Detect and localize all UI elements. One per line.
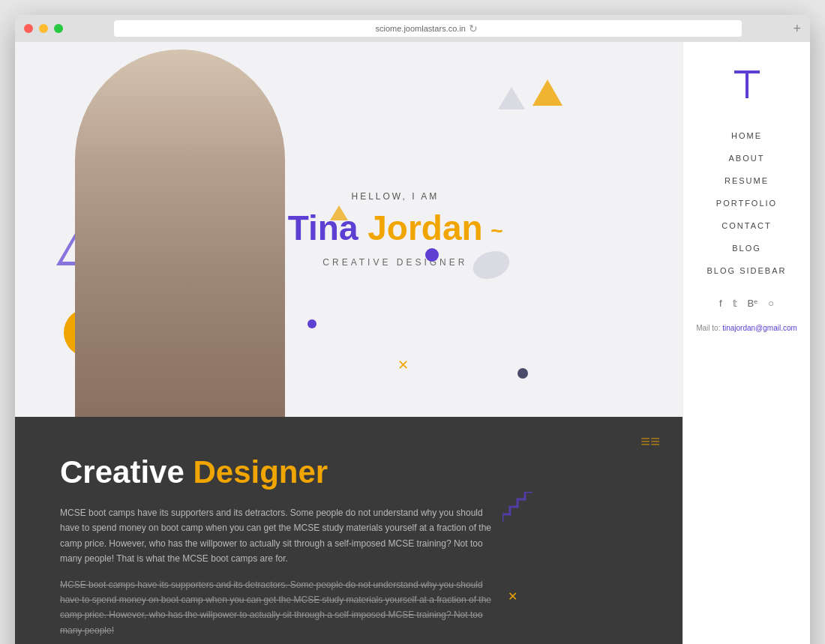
person-image (45, 49, 315, 417)
new-tab-button[interactable]: + (793, 21, 801, 37)
hero-name: Tina Jordan~ (288, 208, 502, 248)
orange-cross-shape: ✕ (398, 357, 409, 373)
dark-title-white: Creative (60, 454, 184, 490)
sidebar-item-resume[interactable]: RESUME (724, 176, 769, 185)
dark-section-title: Creative Designer (60, 454, 638, 490)
sidebar-item-contact[interactable]: CONTACT (722, 221, 771, 230)
dark-paragraph-2: MCSE boot camps have its supporters and … (60, 577, 495, 639)
sidebar-item-portfolio[interactable]: PORTFOLIO (716, 199, 777, 208)
close-x-icon[interactable]: ✕ (508, 589, 518, 604)
dark-section: ≡≡ Creative Designer MCSE boot camps hav… (15, 417, 682, 644)
sidebar-logo (728, 64, 766, 109)
dark-circle-shape (518, 368, 528, 379)
hero-name-last: Jordan (368, 208, 482, 247)
behance-icon[interactable]: Bᵉ (748, 298, 758, 309)
hero-greeting: HELLOW, I AM (288, 191, 502, 202)
triple-lines-icon: ≡≡ (640, 432, 660, 451)
hero-text-block: HELLOW, I AM Tina Jordan~ CREATIVE DESIG… (288, 191, 502, 268)
url-text: sciome.joomlastars.co.in (376, 24, 466, 33)
mail-link[interactable]: tinajordan@gmail.com (722, 324, 797, 332)
dark-paragraph-1: MCSE boot camps have its supporters and … (60, 505, 495, 567)
sidebar-item-about[interactable]: ABOUT (729, 154, 765, 163)
hero-name-first: Tina (288, 208, 358, 247)
main-content: 〜〜 ✕ HELLOW, I AM Tina Jordan (15, 42, 682, 644)
minimize-dot[interactable] (39, 24, 48, 33)
sidebar-mail: Mail to: tinajordan@gmail.com (696, 324, 797, 332)
browser-window: sciome.joomlastars.co.in ↻ + 〜〜 ✕ (15, 15, 810, 644)
other-social-icon[interactable]: ○ (768, 298, 774, 309)
mail-label: Mail to: (696, 324, 720, 332)
person-background (75, 49, 285, 417)
hero-section: 〜〜 ✕ HELLOW, I AM Tina Jordan (15, 42, 682, 417)
gray-triangle-shape (498, 87, 525, 109)
staircase-shape (502, 492, 532, 527)
close-dot[interactable] (24, 24, 33, 33)
refresh-icon[interactable]: ↻ (469, 22, 481, 34)
orange-triangle-top-shape (532, 79, 562, 106)
browser-bar: sciome.joomlastars.co.in ↻ + (15, 15, 810, 42)
sidebar-item-blog-sidebar[interactable]: BLOG SIDEBAR (707, 266, 787, 275)
maximize-dot[interactable] (54, 24, 63, 33)
logo-icon (728, 76, 766, 108)
name-decoration: ~ (490, 219, 502, 243)
sidebar-nav: HOME ABOUT RESUME PORTFOLIO CONTACT BLOG… (707, 131, 787, 275)
url-bar[interactable]: sciome.joomlastars.co.in ↻ (114, 20, 742, 37)
sidebar-item-home[interactable]: HOME (731, 131, 762, 140)
purple-circle-hero (425, 248, 439, 262)
page-layout: 〜〜 ✕ HELLOW, I AM Tina Jordan (15, 42, 810, 644)
dark-title-orange: Designer (193, 454, 328, 490)
sidebar: HOME ABOUT RESUME PORTFOLIO CONTACT BLOG… (682, 42, 810, 644)
twitter-icon[interactable]: 𝕥 (733, 298, 737, 309)
hero-title: CREATIVE DESIGNER (288, 257, 502, 268)
sidebar-social: f 𝕥 Bᵉ ○ (719, 298, 774, 309)
facebook-icon[interactable]: f (719, 298, 722, 309)
sidebar-item-blog[interactable]: BLOG (732, 244, 761, 253)
dark-top-right-decoration: ≡≡ (640, 432, 660, 451)
